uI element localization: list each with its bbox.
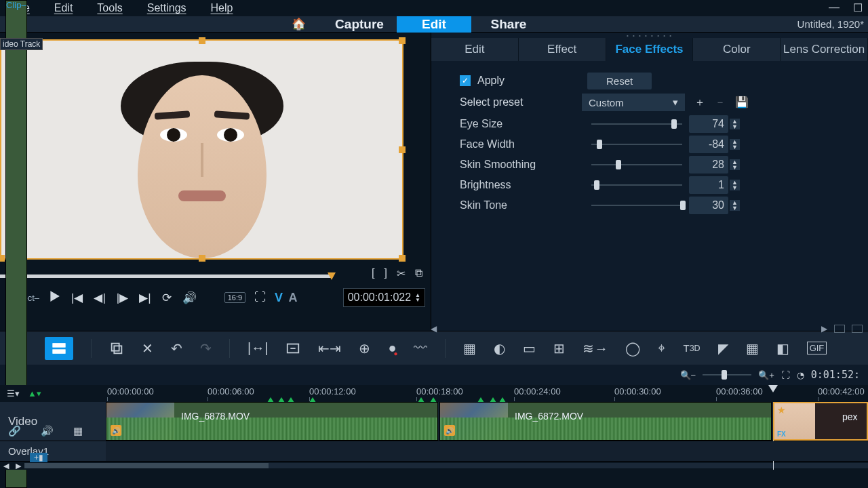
speed-icon[interactable]: ≋→ xyxy=(583,340,608,357)
workspace-edit[interactable]: Edit xyxy=(397,16,471,33)
mark-out-icon[interactable]: ] xyxy=(384,267,387,280)
record-icon[interactable]: ●● xyxy=(388,340,396,356)
zoom-slider[interactable] xyxy=(703,374,751,375)
tab-color[interactable]: Color xyxy=(693,38,781,61)
menu-settings[interactable]: Settings xyxy=(135,2,199,14)
spin-down[interactable]: ▼ xyxy=(730,124,740,129)
copy-attributes-icon[interactable] xyxy=(109,341,124,356)
save-preset-icon[interactable]: 💾 xyxy=(735,96,749,110)
prev-frame-button[interactable]: ◀| xyxy=(92,291,107,305)
timeline-ruler[interactable]: ☰▾ ▲▾ 00:00:00:00 00:00:06:00 00:00:12:0… xyxy=(0,385,868,402)
gif-icon[interactable]: GIF xyxy=(807,342,827,354)
workspace-share[interactable]: Share xyxy=(471,16,546,33)
panel-collapse-left[interactable]: ◀ xyxy=(431,324,437,333)
resize-handle[interactable] xyxy=(0,255,5,262)
timeline-clip[interactable]: ★ FX pex xyxy=(773,402,868,441)
multicam-icon[interactable]: ▦ xyxy=(463,340,476,357)
resize-handle[interactable] xyxy=(199,255,205,262)
track-mute-icon[interactable]: 🔊 xyxy=(41,425,54,437)
split-screen-icon[interactable]: ⊞ xyxy=(553,340,565,357)
scrub-head[interactable] xyxy=(328,272,336,280)
aspect-ratio-button[interactable]: 16:9 xyxy=(224,292,245,303)
add-preset-icon[interactable]: ＋ xyxy=(694,96,705,110)
skin-tone-value[interactable]: 30 xyxy=(689,197,728,214)
timeline-clip[interactable]: 🔊 IMG_6872.MOV xyxy=(439,402,772,441)
slip-icon[interactable]: ⇤⇥ xyxy=(318,340,341,357)
fit-timeline-icon[interactable]: ⛶ xyxy=(781,370,790,380)
timeline-clip[interactable]: 🔊 IMG_6878.MOV xyxy=(106,402,438,441)
menu-edit[interactable]: Edit xyxy=(42,2,85,14)
mask-icon[interactable]: ◐ xyxy=(494,340,505,357)
3d-title-icon[interactable]: T3D xyxy=(683,342,700,354)
link-icon[interactable]: 🔗 xyxy=(8,425,21,437)
spin-down[interactable]: ▼ xyxy=(730,144,740,150)
brightness-slider[interactable] xyxy=(591,184,682,186)
motion-track-icon[interactable]: ⌖ xyxy=(658,340,665,356)
skin-smoothing-slider[interactable] xyxy=(591,164,682,165)
face-width-slider[interactable] xyxy=(591,144,682,145)
skin-tone-slider[interactable] xyxy=(591,205,682,206)
panel-layout-a[interactable] xyxy=(834,325,845,333)
marker-icon[interactable]: ▲▾ xyxy=(28,388,41,399)
timeline-scrollbar[interactable]: ◀ ▶ xyxy=(0,462,868,470)
play-button[interactable] xyxy=(46,290,62,306)
go-start-button[interactable]: |◀ xyxy=(69,291,85,305)
minimize-button[interactable]: — xyxy=(829,1,840,14)
tab-effect[interactable]: Effect xyxy=(519,38,606,61)
go-end-button[interactable]: ▶| xyxy=(137,291,153,305)
add-track-badge[interactable]: +▮ xyxy=(30,453,47,462)
apply-checkbox[interactable]: ✓ xyxy=(460,75,471,86)
face-width-value[interactable]: -84 xyxy=(689,136,728,153)
loop-button[interactable]: ⟳ xyxy=(160,291,174,305)
reset-button[interactable]: Reset xyxy=(587,73,652,89)
spin-down[interactable]: ▼ xyxy=(730,205,740,211)
maximize-button[interactable]: ☐ xyxy=(853,1,863,14)
clock-icon[interactable]: ◔ xyxy=(797,370,804,380)
eye-size-slider[interactable] xyxy=(591,123,682,125)
preset-select[interactable]: Custom▾ xyxy=(582,94,685,111)
fit-project-icon[interactable] xyxy=(285,341,300,356)
menu-tools[interactable]: Tools xyxy=(85,2,134,14)
resize-handle[interactable] xyxy=(399,37,406,44)
undo-button[interactable]: ↶ xyxy=(171,340,182,357)
tab-edit[interactable]: Edit xyxy=(431,38,519,61)
split-icon[interactable]: ✂ xyxy=(397,267,406,280)
scrub-bar[interactable]: [ ] ✂ ⧉ xyxy=(0,266,431,283)
tools-icon[interactable]: ✕ xyxy=(142,340,153,357)
playhead[interactable] xyxy=(768,385,778,392)
scroll-right[interactable]: ▶ xyxy=(12,462,24,470)
resize-handle[interactable] xyxy=(399,255,406,262)
brightness-value[interactable]: 1 xyxy=(689,176,728,194)
scroll-left[interactable]: ◀ xyxy=(0,462,12,470)
track-menu-icon[interactable]: ☰▾ xyxy=(7,388,20,399)
spin-down[interactable]: ▼ xyxy=(730,185,740,190)
spin-down[interactable]: ▼ xyxy=(730,165,740,170)
resize-options-button[interactable]: ⛶ xyxy=(252,291,268,304)
tab-face-effects[interactable]: Face Effects xyxy=(606,38,694,61)
zoom-in-icon[interactable]: 🔍+ xyxy=(758,370,774,380)
ripple-edit-icon[interactable]: |↔| xyxy=(248,340,268,356)
mark-in-icon[interactable]: [ xyxy=(372,267,374,280)
zoom-out-icon[interactable]: 🔍− xyxy=(680,370,696,380)
timeline-view-icon[interactable] xyxy=(45,337,73,360)
eye-size-value[interactable]: 74 xyxy=(689,115,728,133)
color-grading-icon[interactable]: ◧ xyxy=(776,340,789,357)
chroma-key-icon[interactable]: ◤ xyxy=(718,340,728,357)
track-grid-icon[interactable]: ▦ xyxy=(73,425,83,437)
menu-help[interactable]: Help xyxy=(199,2,245,14)
timecode-display[interactable]: 00:00:01:022 ▲▼ xyxy=(343,288,425,307)
time-remap-icon[interactable]: ▦ xyxy=(746,340,759,357)
audio-mixer-icon[interactable]: 〰 xyxy=(414,340,427,356)
home-icon[interactable]: 🏠 xyxy=(292,17,306,31)
panel-layout-b[interactable] xyxy=(852,325,863,333)
slide-icon[interactable]: ⊕ xyxy=(359,340,370,357)
next-frame-button[interactable]: |▶ xyxy=(115,291,130,305)
remove-preset-icon[interactable]: － xyxy=(715,96,726,110)
scroll-thumb[interactable] xyxy=(24,463,269,468)
preview-canvas[interactable] xyxy=(0,39,403,260)
snapshot-icon[interactable]: ⧉ xyxy=(415,267,422,280)
resize-handle[interactable] xyxy=(399,146,406,153)
workspace-capture[interactable]: Capture xyxy=(322,16,397,33)
resize-handle[interactable] xyxy=(199,37,205,44)
tc-down[interactable]: ▼ xyxy=(415,298,420,302)
